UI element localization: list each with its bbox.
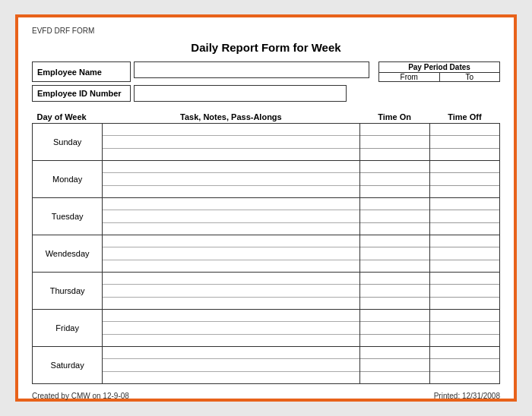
task-cell[interactable] [103,273,359,310]
task-cell[interactable] [103,347,359,384]
time-off-cell[interactable] [429,235,499,273]
employee-name-label: Employee Name [32,61,131,82]
task-cell[interactable] [103,124,359,161]
col-header-timeoff: Time Off [429,111,499,124]
report-table: Day of Week Task, Notes, Pass-Alongs Tim… [32,111,500,384]
from-label: From [379,73,440,81]
header-row-2: Employee ID Number [32,85,500,102]
task-cell[interactable] [103,310,359,347]
day-cell: Friday [33,310,103,347]
employee-id-input[interactable] [134,85,347,102]
table-row: Thursday [33,273,500,310]
footer-printed: Printed: 12/31/2008 [434,392,500,400]
day-cell: Tuesday [33,198,103,235]
table-row: Tuesday [33,198,500,235]
time-off-cell[interactable] [429,273,499,310]
form-title: Daily Report Form for Week [32,41,500,54]
time-on-cell[interactable] [359,310,429,347]
table-row: Monday [33,161,500,198]
pay-period-block: Pay Period Dates From To [378,61,500,82]
task-cell[interactable] [103,198,359,235]
header-row-1: Employee Name Pay Period Dates From To [32,61,500,82]
time-on-cell[interactable] [359,198,429,235]
day-cell: Sunday [33,124,103,161]
day-cell: Wendesday [33,235,103,273]
footer-created: Created by CMW on 12-9-08 [32,392,129,400]
table-row: Wendesday [33,235,500,273]
footer: Created by CMW on 12-9-08 Printed: 12/31… [32,392,500,400]
col-header-day: Day of Week [33,111,103,124]
day-cell: Monday [33,161,103,198]
form-container: EVFD DRF FORM Daily Report Form for Week… [15,14,517,402]
to-label: To [440,73,500,81]
form-top-label: EVFD DRF FORM [32,27,500,35]
table-row: Sunday [33,124,500,161]
time-off-cell[interactable] [429,198,499,235]
table-row: Saturday [33,347,500,384]
pay-period-label: Pay Period Dates [379,62,499,73]
col-header-task: Task, Notes, Pass-Alongs [103,111,359,124]
time-on-cell[interactable] [359,124,429,161]
pay-period-cols: From To [379,73,499,81]
time-on-cell[interactable] [359,161,429,198]
employee-name-input[interactable] [134,61,369,78]
day-cell: Saturday [33,347,103,384]
col-header-timeon: Time On [359,111,429,124]
task-cell[interactable] [103,235,359,273]
day-cell: Thursday [33,273,103,310]
time-on-cell[interactable] [359,235,429,273]
spacer [372,61,375,82]
time-on-cell[interactable] [359,347,429,384]
time-off-cell[interactable] [429,310,499,347]
time-on-cell[interactable] [359,273,429,310]
employee-id-label: Employee ID Number [32,85,131,102]
time-off-cell[interactable] [429,124,499,161]
table-row: Friday [33,310,500,347]
time-off-cell[interactable] [429,347,499,384]
task-cell[interactable] [103,161,359,198]
time-off-cell[interactable] [429,161,499,198]
